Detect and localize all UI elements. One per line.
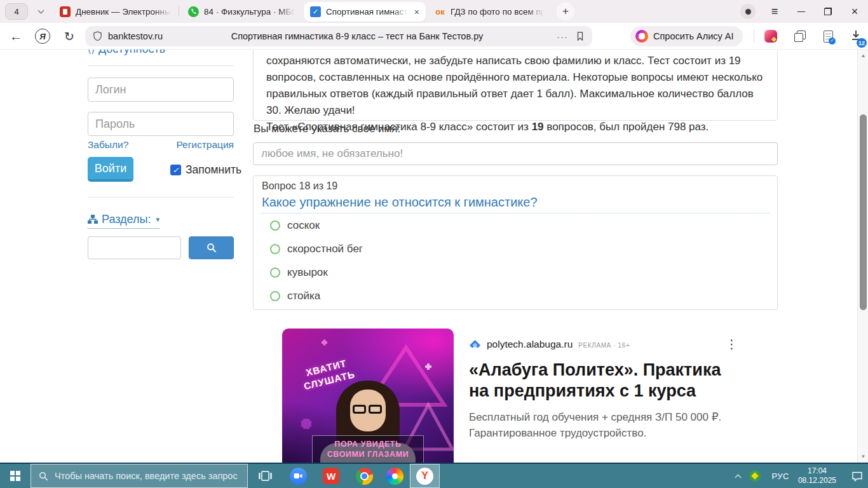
sections-dropdown-link[interactable]: Разделы: ▾	[88, 213, 159, 229]
sitemap-icon	[88, 215, 98, 224]
tab-title: ГДЗ по фото по всем пред	[451, 7, 544, 17]
start-button[interactable]	[0, 464, 31, 488]
caret-down-icon: ▾	[156, 215, 159, 224]
language-indicator[interactable]: РУС	[771, 471, 789, 481]
question-title: Какое упражнение не относится к гимнасти…	[262, 195, 538, 210]
bookmark-icon[interactable]	[576, 31, 585, 41]
scroll-down-icon[interactable]: ▼	[858, 454, 868, 459]
yandex-logo-icon[interactable]: Я	[33, 23, 52, 50]
toolbar-separator	[754, 30, 754, 43]
divider	[88, 65, 234, 66]
register-link[interactable]: Регистрация	[176, 139, 234, 151]
login-button[interactable]: Войти	[88, 157, 133, 182]
sections-search-input[interactable]	[88, 236, 181, 259]
remember-checkbox[interactable]: ✓	[170, 165, 181, 175]
notification-center-button[interactable]	[846, 464, 868, 488]
taskbar-search[interactable]: Чтобы начать поиск, введите здесь запрос	[31, 464, 248, 488]
ad-site-link[interactable]: polytech.alabuga.ru	[487, 339, 573, 350]
clock[interactable]: 17:04 08.12.2025	[798, 466, 836, 485]
divider	[88, 197, 234, 198]
scrollbar-thumb[interactable]	[860, 114, 867, 310]
task-view-button[interactable]	[250, 464, 280, 488]
radio-icon[interactable]	[270, 220, 280, 231]
answer-option[interactable]: скоростной бег	[270, 241, 363, 257]
antivirus-tray-icon[interactable]	[746, 464, 764, 488]
name-input[interactable]	[253, 142, 778, 165]
intro-text: сохраняются автоматически, не забудьте н…	[266, 53, 766, 119]
glasses-icon	[353, 405, 382, 414]
more-actions-icon[interactable]: ···	[557, 31, 568, 42]
radio-icon[interactable]	[270, 244, 280, 254]
restore-icon[interactable]	[815, 8, 841, 15]
ok-logo-icon: ок	[435, 6, 445, 17]
tray-expand-button[interactable]	[729, 464, 746, 488]
zoom-app-button[interactable]	[283, 464, 313, 488]
ad-image-slogan-bottom: ПОРА УВИДЕТЬ СВОИМИ ГЛАЗАМИ	[312, 435, 424, 463]
extension-icon[interactable]	[760, 23, 782, 50]
scroll-up-icon[interactable]: ▲	[858, 53, 868, 58]
forgot-password-link[interactable]: Забыли?	[88, 139, 128, 151]
answer-option[interactable]: соскок	[270, 218, 320, 233]
accessibility-icon: ⟨⟩	[88, 50, 95, 55]
new-tab-button[interactable]: +	[557, 3, 574, 20]
sections-search-button[interactable]	[189, 236, 234, 259]
yandex-browser-icon: Y	[416, 468, 433, 485]
browser-menu-icon[interactable]: ≡	[761, 5, 788, 18]
chrome-icon	[356, 468, 373, 485]
stats-suffix: вопросов, был пройден 798 раз.	[544, 121, 709, 133]
notification-icon	[851, 471, 863, 482]
answer-option[interactable]: кувырок	[270, 265, 328, 280]
alice-icon	[635, 30, 648, 43]
radio-icon[interactable]	[270, 291, 280, 301]
task-view-icon	[258, 469, 273, 483]
back-icon[interactable]: ←	[8, 23, 24, 50]
question-counter: Вопрос 18 из 19	[262, 180, 337, 192]
radio-icon[interactable]	[270, 268, 280, 278]
downloads-icon[interactable]: 12	[845, 23, 867, 50]
answer-option[interactable]: стойка	[270, 288, 320, 304]
chevron-down-icon	[37, 8, 44, 14]
accessibility-label: Доступность	[98, 50, 165, 56]
tab-active-test[interactable]: ✓ Спортивная гимнасти ×	[304, 2, 426, 22]
close-icon[interactable]: ×	[841, 5, 868, 18]
diary-favicon-icon	[60, 6, 71, 17]
login-input[interactable]	[88, 78, 234, 102]
remember-label: Запомнить	[186, 163, 241, 177]
camera-icon[interactable]	[740, 4, 756, 19]
yandex-browser-app-button[interactable]: Y	[410, 464, 440, 488]
page-content: ⟨⟩ Доступность Забыли? Регистрация Войти…	[0, 50, 868, 463]
tab-counter[interactable]: 4	[5, 3, 28, 20]
tabs-sync-icon[interactable]	[789, 23, 811, 50]
tab-gdz[interactable]: ок ГДЗ по фото по всем пред	[428, 0, 550, 23]
minimize-icon[interactable]: —	[788, 7, 815, 16]
accessibility-link[interactable]: ⟨⟩ Доступность	[88, 50, 165, 56]
ask-alice-button[interactable]: Спросить Алису AI	[630, 26, 743, 46]
tab-bar: 4 Дневник — Электронный 84 · Физкультура…	[0, 0, 868, 23]
chrome-app-button[interactable]	[349, 464, 379, 488]
refresh-icon[interactable]: ↻	[61, 23, 78, 50]
stats-count: 19	[532, 121, 544, 133]
ad-image[interactable]: ХВАТИТ СЛУШАТЬ ПОРА УВИДЕТЬ СВОИМИ ГЛАЗА…	[282, 329, 454, 463]
password-input[interactable]	[88, 112, 234, 136]
colorwheel-app-button[interactable]	[380, 464, 409, 488]
check-icon: ✓	[172, 166, 179, 175]
alabuga-logo-icon	[469, 339, 481, 350]
sections-label: Разделы:	[102, 213, 151, 226]
ad-headline[interactable]: «Алабуга Политех». Практика на предприят…	[469, 360, 742, 402]
ad-menu-icon[interactable]: ⋮	[726, 337, 738, 351]
address-input[interactable]: banktestov.ru Спортивная гимнастика 8-9 …	[85, 26, 592, 46]
tab-title: Спортивная гимнасти	[326, 7, 408, 17]
address-bar: ← Я ↻ banktestov.ru Спортивная гимнастик…	[0, 23, 868, 50]
tab-list-dropdown-button[interactable]	[33, 3, 48, 20]
tab-diary[interactable]: Дневник — Электронный	[53, 0, 178, 23]
dotted-divider	[261, 213, 770, 214]
document-check-icon[interactable]: ✓	[817, 23, 839, 50]
vertical-scrollbar[interactable]: ▲ ▼	[857, 50, 868, 463]
tab-close-icon[interactable]: ×	[414, 7, 419, 17]
tab-title: 84 · Физкультура · МБОУ	[204, 7, 295, 17]
wps-app-button[interactable]: W	[316, 464, 346, 488]
date: 08.12.2025	[798, 476, 836, 485]
time: 17:04	[808, 466, 827, 475]
downloads-badge: 12	[857, 38, 867, 48]
tab-whatsapp[interactable]: 84 · Физкультура · МБОУ	[182, 0, 301, 23]
